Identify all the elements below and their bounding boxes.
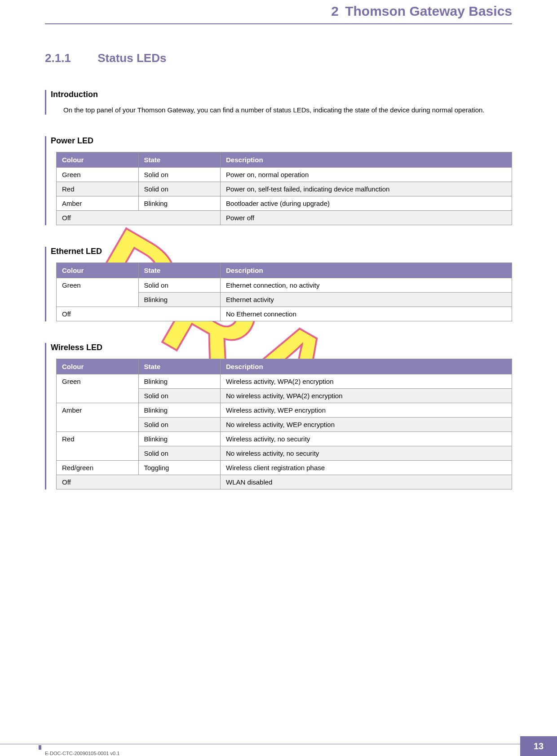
led-table-block: Ethernet LEDColourStateDescriptionGreenS…	[45, 247, 512, 321]
chapter-title: Thomson Gateway Basics	[345, 4, 512, 18]
cell-colour: Amber	[57, 196, 139, 211]
cell-state: Blinking	[138, 374, 221, 389]
cell-state: Blinking	[138, 293, 221, 307]
table-row: OffNo Ethernet connection	[57, 307, 512, 321]
table-header-state: State	[138, 359, 221, 374]
cell-state: Solid on	[138, 278, 221, 293]
page-number: 13	[520, 736, 557, 756]
cell-description: No Ethernet connection	[221, 307, 512, 321]
cell-colour: Green	[57, 168, 139, 182]
table-header-description: Description	[221, 263, 512, 278]
cell-state: Solid on	[138, 389, 221, 403]
table-row: OffWLAN disabled	[57, 475, 512, 489]
cell-description: Ethernet activity	[221, 293, 512, 307]
page-footer: E-DOC-CTC-20090105-0001 v0.1 13	[0, 734, 557, 756]
cell-state: Solid on	[138, 168, 221, 182]
table-header-colour: Colour	[57, 359, 139, 374]
cell-description: Wireless activity, no security	[221, 432, 512, 446]
cell-state: Solid on	[138, 446, 221, 461]
section-name: Status LEDs	[97, 51, 166, 65]
led-table-block: Wireless LEDColourStateDescriptionGreenB…	[45, 343, 512, 489]
led-table-block: Power LEDColourStateDescriptionGreenSoli…	[45, 136, 512, 225]
table-row: GreenSolid onEthernet connection, no act…	[57, 278, 512, 293]
cell-description: Wireless activity, WEP encryption	[221, 403, 512, 418]
chapter-number: 2	[331, 4, 339, 18]
cell-colour: Green	[57, 278, 139, 307]
table-row: AmberBlinkingBootloader active (during u…	[57, 196, 512, 211]
cell-colour: Off	[57, 307, 221, 321]
cell-description: Wireless activity, WPA(2) encryption	[221, 374, 512, 389]
table-row: Red/greenTogglingWireless client registr…	[57, 461, 512, 475]
cell-description: Wireless client registration phase	[221, 461, 512, 475]
cell-description: Power on, self-test failed, indicating d…	[221, 182, 512, 196]
footer-doc-id: E-DOC-CTC-20090105-0001 v0.1	[45, 751, 119, 756]
cell-state: Blinking	[138, 403, 221, 418]
chapter-header: 2 Thomson Gateway Basics	[45, 0, 512, 24]
intro-block: Introduction On the top panel of your Th…	[45, 90, 512, 115]
table-header-description: Description	[221, 152, 512, 168]
cell-description: Bootloader active (during upgrade)	[221, 196, 512, 211]
cell-colour: Amber	[57, 403, 139, 432]
cell-colour: Off	[57, 475, 221, 489]
table-heading: Ethernet LED	[46, 247, 512, 256]
led-table: ColourStateDescriptionGreenBlinkingWirel…	[56, 359, 512, 489]
cell-description: Power off	[221, 211, 512, 225]
section-title: 2.1.1 Status LEDs	[45, 51, 512, 65]
table-header-state: State	[138, 263, 221, 278]
led-table: ColourStateDescriptionGreenSolid onEther…	[56, 262, 512, 321]
table-row: RedBlinkingWireless activity, no securit…	[57, 432, 512, 446]
cell-colour: Red/green	[57, 461, 139, 475]
cell-description: WLAN disabled	[221, 475, 512, 489]
section-number: 2.1.1	[45, 51, 94, 65]
table-header-state: State	[138, 152, 221, 168]
intro-text: On the top panel of your Thomson Gateway…	[46, 106, 512, 115]
table-row: GreenBlinkingWireless activity, WPA(2) e…	[57, 374, 512, 389]
cell-state: Blinking	[138, 432, 221, 446]
cell-state: Blinking	[138, 196, 221, 211]
table-header-colour: Colour	[57, 152, 139, 168]
footer-tick-icon	[39, 745, 41, 750]
table-row: AmberBlinkingWireless activity, WEP encr…	[57, 403, 512, 418]
cell-colour: Red	[57, 432, 139, 461]
cell-state: Toggling	[138, 461, 221, 475]
cell-description: No wireless activity, WEP encryption	[221, 418, 512, 432]
intro-heading: Introduction	[46, 90, 512, 99]
table-heading: Power LED	[46, 136, 512, 146]
table-heading: Wireless LED	[46, 343, 512, 352]
led-table: ColourStateDescriptionGreenSolid onPower…	[56, 152, 512, 225]
table-row: RedSolid onPower on, self-test failed, i…	[57, 182, 512, 196]
cell-description: Power on, normal operation	[221, 168, 512, 182]
cell-description: No wireless activity, WPA(2) encryption	[221, 389, 512, 403]
cell-colour: Red	[57, 182, 139, 196]
cell-description: Ethernet connection, no activity	[221, 278, 512, 293]
table-header-description: Description	[221, 359, 512, 374]
table-row: OffPower off	[57, 211, 512, 225]
cell-colour: Off	[57, 211, 221, 225]
cell-state: Solid on	[138, 182, 221, 196]
cell-description: No wireless activity, no security	[221, 446, 512, 461]
cell-colour: Green	[57, 374, 139, 403]
table-row: GreenSolid onPower on, normal operation	[57, 168, 512, 182]
cell-state: Solid on	[138, 418, 221, 432]
table-header-colour: Colour	[57, 263, 139, 278]
